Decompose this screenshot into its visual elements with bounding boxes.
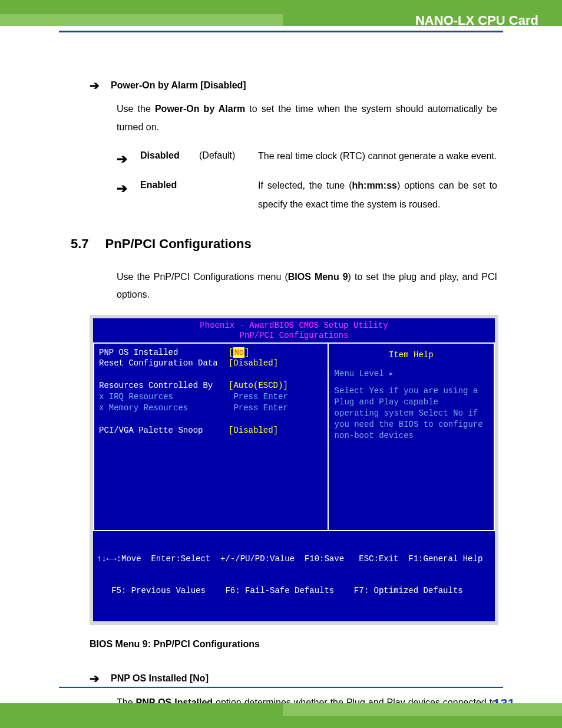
bios-line: x IRQ Resources Press Enter: [99, 391, 322, 403]
bios-title-line: Phoenix - AwardBIOS CMOS Setup Utility: [93, 321, 495, 331]
bios-line: [99, 414, 322, 425]
text-bold: Power-On by Alarm: [155, 104, 245, 114]
bios-footer-line: ↑↓←→:Move Enter:Select +/-/PU/PD:Value F…: [97, 554, 491, 564]
bios-title-line: PnP/PCI Configurations: [93, 331, 495, 341]
figure-caption: BIOS Menu 9: PnP/PCI Configurations: [90, 635, 497, 653]
bios-item-help-header: Item Help: [335, 347, 488, 363]
option-values-table: ➔ Disabled (Default) The real time clock…: [117, 147, 497, 214]
bios-line: Resources Controlled By [Auto(ESCD)]: [99, 380, 322, 391]
section-body: Use the PnP/PCI Configurations menu (BIO…: [117, 268, 497, 304]
bios-help-text: Select Yes if you are using a Plug and P…: [335, 386, 488, 441]
option-name: Disabled: [140, 147, 199, 164]
bios-line: PNP OS Installed [No]: [99, 347, 322, 358]
document-title: NANO-LX CPU Card: [415, 13, 538, 28]
bios-footer-line: F5: Previous Values F6: Fail-Safe Defaul…: [97, 585, 491, 596]
text: Use the PnP/PCI Configurations menu (: [117, 272, 288, 282]
section-title: PnP/PCI Configurations: [105, 232, 252, 256]
bios-line: x Memory Resources Press Enter: [99, 403, 322, 414]
footer-rule: [59, 687, 503, 688]
header-band-left: [0, 14, 283, 26]
text-bold: BIOS Menu 9: [288, 272, 348, 282]
bios-line: [99, 369, 322, 380]
bios-left-panel: PNP OS Installed [No]Reset Configuration…: [93, 342, 328, 531]
bios-line: Reset Configuration Data [Disabled]: [99, 358, 322, 369]
page-header: NANO-LX CPU Card: [0, 0, 562, 34]
arrow-right-icon: ➔: [88, 670, 100, 687]
section-number: 5.7: [71, 232, 89, 256]
arrow-right-icon: ➔: [117, 176, 140, 201]
bios-footer: ↑↓←→:Move Enter:Select +/-/PU/PD:Value F…: [93, 531, 495, 622]
arrow-right-icon: ➔: [117, 147, 140, 172]
header-band-top: [0, 0, 562, 14]
bios-right-panel: Item Help Menu Level ▸ Select Yes if you…: [328, 342, 495, 531]
page-content: ➔ Power-On by Alarm [Disabled] Use the P…: [77, 77, 497, 728]
option-default: (Default): [199, 147, 258, 164]
bios-help-menu-level: Menu Level ▸: [335, 368, 488, 380]
footer-band-bottom: [0, 716, 562, 728]
option-desc: The real time clock (RTC) cannot generat…: [258, 147, 497, 166]
footer-band-left: [0, 703, 283, 716]
text: If selected, the tune (: [258, 180, 352, 190]
text-bold: hh:mm:ss: [352, 180, 397, 190]
bios-screenshot: Phoenix - AwardBIOS CMOS Setup Utility P…: [90, 315, 498, 625]
option-name: Enabled: [140, 176, 199, 194]
page-footer: 131: [0, 687, 562, 728]
option-desc: If selected, the tune (hh:mm:ss) options…: [258, 176, 497, 214]
bios-body: PNP OS Installed [No]Reset Configuration…: [93, 342, 495, 531]
bios-title: Phoenix - AwardBIOS CMOS Setup Utility P…: [93, 318, 495, 342]
footer-band-right: [283, 703, 562, 716]
option-heading: Power-On by Alarm [Disabled]: [111, 77, 246, 94]
section-heading: 5.7 PnP/PCI Configurations: [71, 232, 497, 256]
option-heading-row: ➔ Power-On by Alarm [Disabled]: [88, 77, 497, 94]
bios-line: PCI/VGA Palette Snoop [Disabled]: [99, 425, 322, 436]
option-row: ➔ Enabled If selected, the tune (hh:mm:s…: [117, 176, 497, 214]
option-description: Use the Power-On by Alarm to set the tim…: [117, 100, 497, 136]
arrow-right-icon: ➔: [88, 77, 100, 94]
option-heading: PNP OS Installed [No]: [111, 670, 209, 687]
header-rule: [59, 31, 503, 32]
option-heading-row: ➔ PNP OS Installed [No]: [88, 670, 497, 687]
option-row: ➔ Disabled (Default) The real time clock…: [117, 147, 497, 172]
text: Use the: [117, 104, 155, 114]
